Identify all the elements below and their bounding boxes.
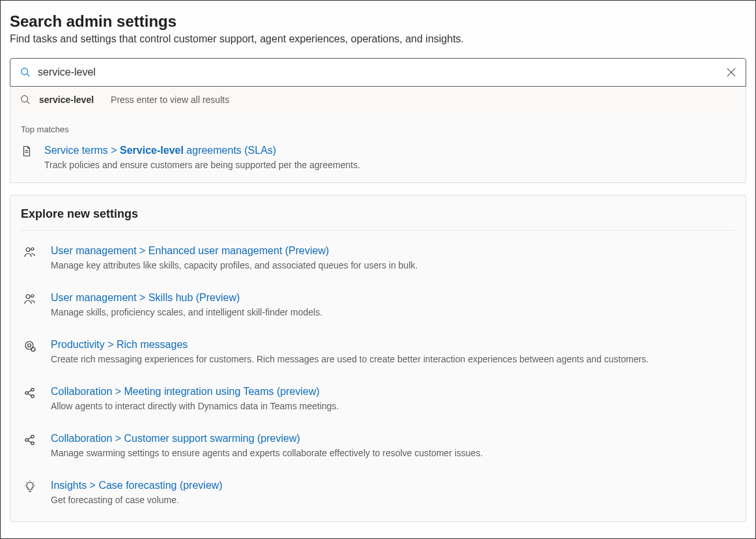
- explore-item-desc: Manage skills, proficiency scales, and i…: [51, 306, 733, 319]
- top-match-content: Service terms > Service-level agreements…: [44, 143, 735, 172]
- lightbulb-icon: [23, 480, 36, 493]
- explore-item-title[interactable]: Collaboration > Meeting integration usin…: [51, 385, 733, 399]
- clear-icon[interactable]: [726, 67, 736, 78]
- explore-item-title[interactable]: Collaboration > Customer support swarmin…: [51, 431, 733, 446]
- people-icon: [23, 246, 36, 259]
- search-icon: [20, 94, 31, 106]
- explore-content: User management > Enhanced user manageme…: [51, 244, 733, 272]
- explore-row[interactable]: Productivity > Rich messages Create rich…: [21, 328, 735, 375]
- page-subtitle: Find tasks and settings that control cus…: [10, 33, 746, 45]
- top-match-row[interactable]: Service terms > Service-level agreements…: [21, 143, 735, 172]
- svg-point-17: [31, 395, 34, 398]
- explore-content: Collaboration > Meeting integration usin…: [51, 385, 733, 413]
- explore-content: Productivity > Rich messages Create rich…: [51, 338, 733, 366]
- explore-row[interactable]: User management > Enhanced user manageme…: [21, 235, 735, 282]
- svg-point-9: [31, 248, 34, 250]
- search-container: service-level Press enter to view all re…: [10, 58, 746, 183]
- explore-item-desc: Manage key attributes like skills, capac…: [51, 259, 733, 272]
- svg-point-8: [26, 248, 30, 252]
- title-prefix: Service terms >: [44, 145, 120, 156]
- search-hint-row[interactable]: service-level Press enter to view all re…: [10, 87, 746, 113]
- explore-row[interactable]: Collaboration > Customer support swarmin…: [21, 422, 735, 469]
- svg-point-21: [31, 435, 34, 438]
- explore-item-title[interactable]: User management > Skills hub (Preview): [51, 291, 733, 305]
- top-match-title[interactable]: Service terms > Service-level agreements…: [44, 143, 735, 158]
- top-matches-label: Top matches: [21, 124, 735, 134]
- explore-title: Explore new settings: [21, 207, 735, 231]
- search-hint-query: service-level: [39, 95, 94, 105]
- share-nodes-icon: [23, 433, 36, 446]
- svg-point-22: [31, 442, 34, 444]
- svg-line-30: [34, 482, 35, 483]
- explore-content: Collaboration > Customer support swarmin…: [51, 431, 733, 460]
- document-icon: [21, 145, 33, 157]
- svg-point-16: [31, 388, 34, 391]
- svg-point-15: [25, 392, 28, 394]
- explore-item-desc: Get forecasting of case volume.: [51, 494, 733, 507]
- svg-line-24: [28, 441, 31, 443]
- top-matches-box: Top matches Service terms > Service-leve…: [10, 113, 746, 183]
- title-suffix: agreements (SLAs): [184, 145, 276, 156]
- svg-line-1: [27, 74, 30, 77]
- explore-row[interactable]: User management > Skills hub (Preview) M…: [21, 282, 735, 328]
- explore-item-desc: Manage swarming settings to ensure agent…: [51, 447, 733, 460]
- search-box[interactable]: [10, 58, 746, 87]
- explore-content: Insights > Case forecasting (preview) Ge…: [51, 478, 733, 507]
- search-input[interactable]: [38, 66, 726, 78]
- svg-point-0: [21, 68, 28, 75]
- page-title: Search admin settings: [10, 12, 746, 31]
- svg-point-10: [26, 295, 30, 299]
- search-hint-text: Press enter to view all results: [111, 95, 229, 105]
- title-bold: Service-level: [120, 145, 184, 156]
- explore-item-title[interactable]: Productivity > Rich messages: [51, 338, 733, 352]
- explore-panel: Explore new settings User management > E…: [10, 195, 746, 522]
- svg-point-20: [25, 439, 28, 441]
- svg-point-13: [28, 343, 31, 347]
- svg-line-18: [28, 390, 31, 392]
- svg-line-5: [27, 102, 30, 104]
- svg-line-19: [28, 394, 31, 396]
- explore-row[interactable]: Collaboration > Meeting integration usin…: [21, 375, 735, 422]
- target-gear-icon: [23, 340, 36, 353]
- svg-line-29: [26, 482, 27, 483]
- explore-item-title[interactable]: Insights > Case forecasting (preview): [51, 478, 733, 493]
- svg-line-23: [28, 437, 31, 439]
- explore-row[interactable]: Insights > Case forecasting (preview) Ge…: [21, 469, 735, 516]
- share-nodes-icon: [23, 386, 36, 400]
- explore-item-desc: Allow agents to interact directly with D…: [51, 400, 733, 413]
- svg-point-11: [31, 295, 34, 297]
- explore-item-desc: Create rich messaging experiences for cu…: [51, 353, 733, 366]
- search-icon: [20, 66, 31, 78]
- people-icon: [23, 293, 36, 306]
- svg-point-4: [21, 96, 28, 102]
- explore-item-title[interactable]: User management > Enhanced user manageme…: [51, 244, 733, 258]
- explore-list: User management > Enhanced user manageme…: [21, 231, 735, 516]
- top-match-desc: Track policies and ensure customers are …: [44, 159, 735, 172]
- explore-content: User management > Skills hub (Preview) M…: [51, 291, 733, 319]
